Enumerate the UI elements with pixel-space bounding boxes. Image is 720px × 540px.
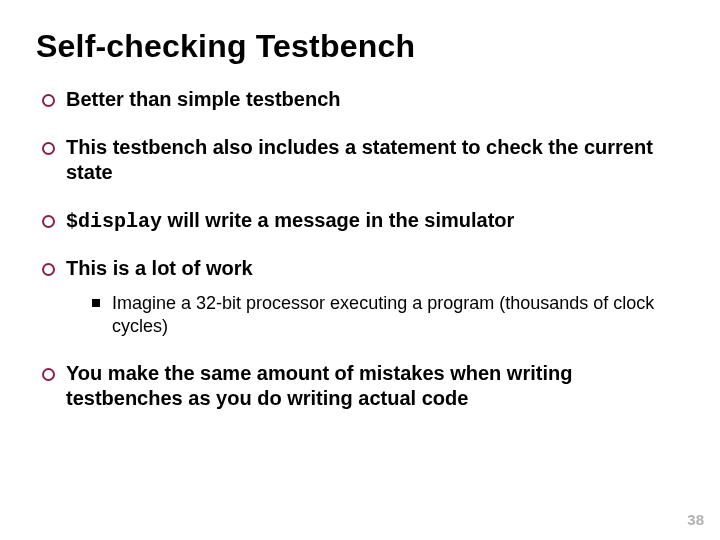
list-item-text: Better than simple testbench — [66, 88, 341, 110]
sub-list-item: Imagine a 32-bit processor executing a p… — [90, 292, 684, 339]
list-item: You make the same amount of mistakes whe… — [38, 361, 684, 412]
list-item-text: will write a message in the simulator — [162, 209, 514, 231]
slide-title: Self-checking Testbench — [36, 28, 684, 65]
slide: Self-checking Testbench Better than simp… — [0, 0, 720, 540]
sub-list: Imagine a 32-bit processor executing a p… — [90, 292, 684, 339]
list-item-text: This testbench also includes a statement… — [66, 136, 653, 184]
list-item-text: This is a lot of work — [66, 257, 253, 279]
list-item: Better than simple testbench — [38, 87, 684, 113]
list-item: This is a lot of work Imagine a 32-bit p… — [38, 256, 684, 338]
page-number: 38 — [687, 511, 704, 528]
bullet-list: Better than simple testbench This testbe… — [38, 87, 684, 412]
code-token: $display — [66, 210, 162, 233]
sub-list-item-text: Imagine a 32-bit processor executing a p… — [112, 293, 654, 336]
list-item: $display will write a message in the sim… — [38, 208, 684, 235]
list-item: This testbench also includes a statement… — [38, 135, 684, 186]
list-item-text: You make the same amount of mistakes whe… — [66, 362, 572, 410]
